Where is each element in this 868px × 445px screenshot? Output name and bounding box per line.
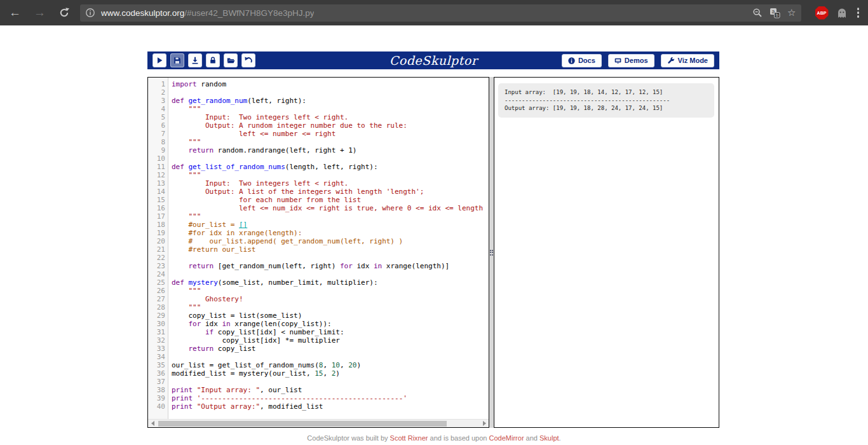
translate-icon[interactable]: a b xyxy=(770,8,780,18)
code-line: def mystery(some_list, number_limit, mul… xyxy=(172,278,489,287)
panel-splitter[interactable] xyxy=(489,77,494,428)
code-line: """ xyxy=(172,303,489,312)
code-line: for each number from the list xyxy=(172,196,489,204)
code-line xyxy=(172,353,489,361)
line-number: 40 xyxy=(148,402,168,411)
line-number: 26 xyxy=(148,287,168,295)
line-number: 34 xyxy=(148,353,168,361)
line-number: 16 xyxy=(148,204,168,212)
code-line: print '---------------------------------… xyxy=(172,394,489,402)
code-line xyxy=(172,154,489,163)
scroll-right-button[interactable] xyxy=(480,420,489,427)
line-number: 30 xyxy=(148,320,168,328)
abp-icon[interactable]: ABP xyxy=(815,6,829,20)
code-line: copy_list = list(some_list) xyxy=(172,312,489,320)
undo-icon xyxy=(244,56,253,65)
open-local-button[interactable] xyxy=(224,53,238,67)
code-line: left <= num_idx <= right is true, where … xyxy=(172,204,489,212)
footer-text: and xyxy=(524,434,539,442)
play-icon xyxy=(155,56,164,65)
line-number: 35 xyxy=(148,361,168,369)
code-line: if copy_list[idx] < number_limit: xyxy=(172,328,489,336)
code-line: """ xyxy=(172,171,489,179)
scroll-thumb[interactable] xyxy=(158,421,447,427)
footer-link-codemirror[interactable]: CodeMirror xyxy=(489,434,524,442)
line-number: 37 xyxy=(148,378,168,386)
code-line: Output: A rundom integer number due to t… xyxy=(172,121,489,130)
save-button[interactable] xyxy=(170,53,184,67)
code-line: """ xyxy=(172,212,489,221)
output-line: ----------------------------------------… xyxy=(505,97,708,105)
reset-button[interactable] xyxy=(241,53,255,67)
info-icon xyxy=(568,57,575,64)
code-line: return random.randrange(left, right + 1) xyxy=(172,146,489,154)
docs-label: Docs xyxy=(578,57,595,64)
line-number: 31 xyxy=(148,328,168,336)
splitter-grip-icon xyxy=(490,250,494,256)
line-number: 36 xyxy=(148,369,168,378)
svg-text:b: b xyxy=(776,13,778,18)
docs-button[interactable]: Docs xyxy=(562,54,602,67)
output-line: Input array: [19, 19, 18, 14, 12, 17, 12… xyxy=(505,88,708,97)
output-text: Input array: [19, 19, 18, 14, 12, 17, 12… xyxy=(505,88,708,113)
download-button[interactable] xyxy=(188,53,202,67)
demos-label: Demos xyxy=(625,57,648,64)
line-number: 25 xyxy=(148,278,168,287)
footer-link-skulpt[interactable]: Skulpt xyxy=(539,434,559,442)
forward-icon[interactable]: → xyxy=(34,0,46,25)
line-number: 2 xyxy=(148,88,168,97)
code-line: print "Output array:", modified_list xyxy=(172,402,489,411)
line-number: 8 xyxy=(148,138,168,146)
code-line: #our_list = [] xyxy=(172,221,489,229)
codeskulptor-logo: CodeSkulptor xyxy=(390,53,478,67)
ghostery-icon[interactable] xyxy=(837,8,847,18)
run-button[interactable] xyxy=(153,53,166,67)
h-scrollbar[interactable] xyxy=(148,419,489,427)
url-bar[interactable]: www.codeskulptor.org/#user42_BWfN7H8GY8e… xyxy=(80,4,801,22)
url-host: www.codeskulptor.org xyxy=(101,8,184,18)
code-editor-panel: 1234567891011121314151617181920212223242… xyxy=(147,77,489,428)
code-line: """ xyxy=(172,138,489,146)
line-number: 28 xyxy=(148,303,168,312)
line-number: 6 xyxy=(148,121,168,130)
code-line xyxy=(172,88,489,97)
code-line: # our_list.append( get_random_num(left, … xyxy=(172,237,489,245)
editor-gutter: 1234567891011121314151617181920212223242… xyxy=(148,78,168,419)
demos-button[interactable]: Demos xyxy=(608,54,654,67)
bookmark-star-icon[interactable]: ☆ xyxy=(787,7,796,18)
code-area[interactable]: import random def get_random_num(left, r… xyxy=(169,78,489,419)
url-path: /#user42_BWfN7H8GY8e3pHJ.py xyxy=(184,8,314,18)
code-line: def get_random_num(left, right): xyxy=(172,97,489,105)
code-line: Output: A list of the integers with leng… xyxy=(172,188,489,196)
output-panel: Input array: [19, 19, 18, 14, 12, 17, 12… xyxy=(494,77,719,428)
line-number: 5 xyxy=(148,113,168,121)
line-number: 4 xyxy=(148,105,168,113)
menu-dots-icon[interactable] xyxy=(857,8,860,18)
code-line: Input: Two integers left < right. xyxy=(172,113,489,121)
page-info-icon[interactable] xyxy=(85,8,95,18)
fresh-url-button[interactable] xyxy=(206,53,220,67)
code-line: copy_list[idx] *= multiplier xyxy=(172,336,489,345)
line-number: 14 xyxy=(148,188,168,196)
code-line: Ghostery! xyxy=(172,295,489,303)
line-number: 24 xyxy=(148,270,168,278)
line-number: 19 xyxy=(148,229,168,237)
viz-mode-label: Viz Mode xyxy=(678,57,708,64)
reload-icon[interactable] xyxy=(58,7,70,18)
back-icon[interactable]: ← xyxy=(9,0,21,25)
scroll-left-button[interactable] xyxy=(148,420,157,427)
footer-link-author[interactable]: Scott Rixner xyxy=(390,434,428,442)
line-number: 22 xyxy=(148,254,168,262)
zoom-icon[interactable] xyxy=(752,8,763,18)
line-number: 1 xyxy=(148,80,168,88)
line-number: 7 xyxy=(148,130,168,138)
line-number: 17 xyxy=(148,212,168,221)
url-text: www.codeskulptor.org/#user42_BWfN7H8GY8e… xyxy=(101,8,314,18)
line-number: 32 xyxy=(148,336,168,345)
codeskulptor-navbar: CodeSkulptor Docs Demos Viz Mode xyxy=(147,51,719,69)
line-number: 39 xyxy=(148,394,168,402)
code-line: return copy_list xyxy=(172,345,489,353)
viz-mode-button[interactable]: Viz Mode xyxy=(661,54,714,67)
code-line: our_list = get_list_of_random_nums(8, 10… xyxy=(172,361,489,369)
line-number: 13 xyxy=(148,179,168,188)
